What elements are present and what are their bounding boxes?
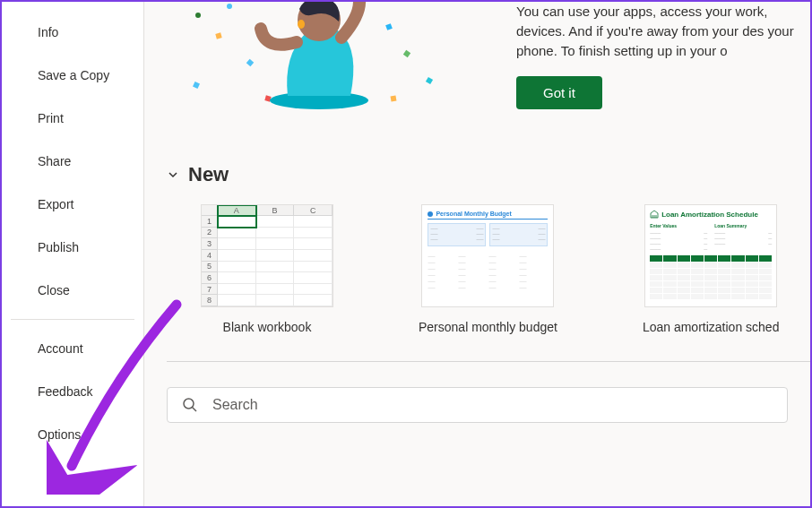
template-thumbnail: A B C 1 2 3 4 5 6 7 8: [201, 204, 333, 307]
svg-rect-2: [246, 59, 254, 66]
banner-text: You can use your apps, access your work,…: [516, 2, 810, 60]
template-label: Personal monthly budget: [419, 320, 557, 334]
section-divider: [167, 361, 810, 362]
banner-illustration: [167, 2, 489, 118]
new-section-header[interactable]: New: [167, 163, 810, 186]
template-loan-amortization[interactable]: Loan Amortization Schedule Enter Values—…: [643, 204, 780, 334]
sidebar-item-export[interactable]: Export: [2, 183, 143, 226]
sidebar-item-options[interactable]: Options: [2, 413, 143, 456]
template-thumbnail: Personal Monthly Budget ———————————— ———…: [421, 204, 554, 307]
sidebar-item-account[interactable]: Account: [2, 327, 143, 370]
svg-rect-5: [403, 50, 410, 57]
search-icon: [182, 397, 198, 413]
svg-rect-1: [215, 32, 221, 39]
sidebar-divider: [11, 319, 134, 320]
sidebar-item-info[interactable]: Info: [2, 11, 143, 54]
svg-rect-4: [385, 23, 393, 30]
sidebar-item-feedback[interactable]: Feedback: [2, 370, 143, 413]
got-it-button[interactable]: Got it: [516, 76, 602, 109]
sidebar-item-save-a-copy[interactable]: Save a Copy: [2, 54, 143, 97]
svg-point-12: [298, 20, 305, 29]
svg-rect-6: [391, 96, 397, 102]
svg-rect-7: [426, 77, 433, 84]
new-section: New A B C 1 2 3 4 5 6 7: [167, 163, 810, 423]
sidebar-item-close[interactable]: Close: [2, 269, 143, 312]
templates-row: A B C 1 2 3 4 5 6 7 8 Blank workbook: [201, 204, 810, 334]
search-input[interactable]: [212, 397, 773, 413]
svg-line-14: [193, 408, 197, 412]
template-thumbnail: Loan Amortization Schedule Enter Values—…: [644, 204, 777, 307]
chevron-down-icon: [167, 168, 179, 181]
sidebar-item-publish[interactable]: Publish: [2, 226, 143, 269]
sidebar-item-print[interactable]: Print: [2, 97, 143, 140]
welcome-banner: You can use your apps, access your work,…: [167, 2, 810, 118]
template-label: Blank workbook: [223, 320, 312, 334]
svg-point-13: [184, 399, 194, 409]
svg-point-9: [227, 4, 232, 9]
svg-point-8: [195, 13, 201, 18]
main-content: You can use your apps, access your work,…: [144, 2, 810, 506]
new-section-title: New: [188, 163, 229, 186]
template-personal-monthly-budget[interactable]: Personal Monthly Budget ———————————— ———…: [419, 204, 557, 334]
search-box[interactable]: [167, 387, 788, 423]
template-blank-workbook[interactable]: A B C 1 2 3 4 5 6 7 8 Blank workbook: [201, 204, 333, 334]
sidebar-item-share[interactable]: Share: [2, 140, 143, 183]
sidebar: Info Save a Copy Print Share Export Publ…: [2, 2, 144, 506]
template-label: Loan amortization sched: [643, 320, 780, 334]
svg-rect-0: [193, 82, 200, 89]
